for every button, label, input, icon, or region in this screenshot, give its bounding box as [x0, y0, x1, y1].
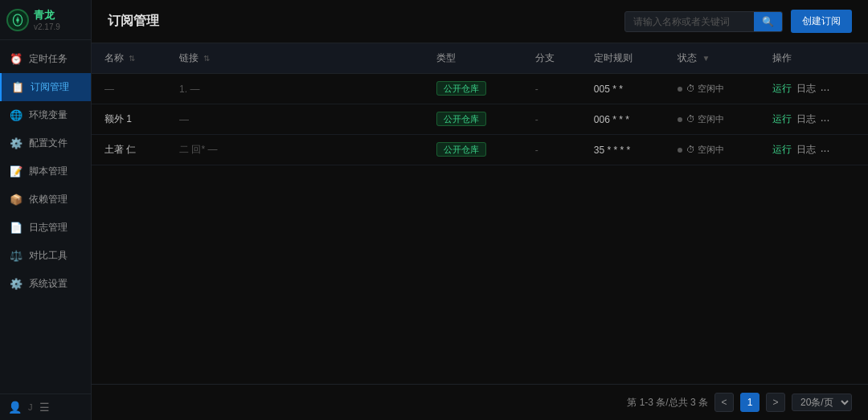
cell-type: 公开仓库: [424, 135, 522, 165]
menu-icon[interactable]: ☰: [39, 401, 50, 414]
run-button[interactable]: 运行: [772, 112, 792, 126]
more-button[interactable]: ···: [821, 83, 830, 96]
script-icon: 📝: [10, 165, 23, 178]
run-button[interactable]: 运行: [772, 143, 792, 157]
col-name: 名称 ⇅: [92, 43, 166, 74]
table-row: — 1. — 公开仓库 - 005 * * ⏱: [92, 74, 868, 104]
sidebar-item-label: 系统设置: [29, 277, 68, 291]
status-text: ⏱ 空闲中: [686, 83, 724, 95]
table-row: 土著 仁 二 回* — 公开仓库 - 35 * * * *: [92, 135, 868, 165]
pagination-info: 第 1-3 条/总共 3 条: [627, 396, 708, 410]
sidebar-item-config-files[interactable]: ⚙️ 配置文件: [0, 129, 91, 157]
log-button[interactable]: 日志: [796, 112, 816, 126]
subscription-table: 名称 ⇅ 链接 ⇅ 类型 分支 定时规则 状态 ▼ 操作: [92, 43, 868, 165]
cell-link: —: [166, 104, 424, 135]
col-schedule: 定时规则: [581, 43, 665, 74]
dep-icon: 📦: [10, 194, 23, 206]
sidebar-nav: ⏰ 定时任务 📋 订阅管理 🌐 环境变量 ⚙️ 配置文件 📝 脚本管理 📦 依赖…: [0, 40, 91, 393]
cell-branch: -: [522, 135, 581, 165]
page-title: 订阅管理: [108, 13, 159, 30]
cell-name: 土著 仁: [92, 135, 166, 165]
status-filter-icon[interactable]: ▼: [702, 54, 710, 63]
search-input[interactable]: [625, 12, 754, 31]
cell-branch: -: [522, 74, 581, 104]
col-type: 类型: [424, 43, 522, 74]
sidebar-item-dependency-management[interactable]: 📦 依赖管理: [0, 186, 91, 214]
logo-icon: [6, 9, 29, 31]
table-header-row: 名称 ⇅ 链接 ⇅ 类型 分支 定时规则 状态 ▼ 操作: [92, 43, 868, 74]
sidebar-item-label: 配置文件: [29, 137, 68, 150]
table-container: 名称 ⇅ 链接 ⇅ 类型 分支 定时规则 状态 ▼ 操作: [92, 43, 868, 384]
search-button[interactable]: 🔍: [754, 12, 782, 31]
search-box: 🔍: [624, 11, 783, 32]
cell-type: 公开仓库: [424, 74, 522, 104]
footer-text: J: [28, 402, 33, 412]
svg-point-1: [16, 18, 18, 21]
create-subscription-button[interactable]: 创建订阅: [791, 10, 852, 33]
page-header: 订阅管理 🔍 创建订阅: [92, 0, 868, 43]
status-text: ⏱ 空闲中: [686, 113, 724, 125]
more-button[interactable]: ···: [821, 113, 830, 126]
sidebar-footer: 👤 J ☰: [0, 393, 91, 420]
more-button[interactable]: ···: [821, 144, 830, 157]
settings-icon: ⚙️: [10, 278, 23, 291]
sidebar-item-system-settings[interactable]: ⚙️ 系统设置: [0, 270, 91, 298]
cell-status: ⏱ 空闲中: [665, 74, 760, 104]
sidebar-item-label: 定时任务: [29, 52, 68, 66]
user-icon[interactable]: 👤: [8, 401, 22, 414]
log-icon: 📄: [10, 222, 23, 234]
pagination: 第 1-3 条/总共 3 条 < 1 > 20条/页: [92, 384, 868, 420]
cell-status: ⏱ 空闲中: [665, 135, 760, 165]
status-dot: [678, 117, 682, 122]
next-page-button[interactable]: >: [766, 393, 785, 412]
status-dot: [678, 148, 682, 153]
sidebar-item-label: 日志管理: [29, 221, 68, 234]
table-row: 额外 1 — 公开仓库 - 006 * * *: [92, 104, 868, 135]
cell-name: —: [92, 74, 166, 104]
app-name: 青龙: [34, 8, 60, 22]
cell-actions: 运行 日志 ···: [760, 135, 868, 165]
col-link: 链接 ⇅: [166, 43, 424, 74]
col-branch: 分支: [522, 43, 581, 74]
header-actions: 🔍 创建订阅: [624, 10, 852, 33]
log-button[interactable]: 日志: [796, 82, 816, 96]
cell-schedule: 005 * *: [581, 74, 665, 104]
main-content: 订阅管理 🔍 创建订阅 名称 ⇅ 链接: [92, 0, 868, 420]
cell-status: ⏱ 空闲中: [665, 104, 760, 135]
sidebar-item-script-management[interactable]: 📝 脚本管理: [0, 157, 91, 186]
sidebar-item-label: 依赖管理: [29, 193, 68, 206]
config-icon: ⚙️: [10, 137, 23, 150]
sidebar-item-subscription-management[interactable]: 📋 订阅管理: [0, 73, 91, 101]
sidebar-item-diff-tools[interactable]: ⚖️ 对比工具: [0, 242, 91, 270]
scheduled-tasks-icon: ⏰: [10, 53, 23, 66]
log-button[interactable]: 日志: [796, 143, 816, 157]
sidebar-item-label: 对比工具: [29, 249, 68, 263]
cell-schedule: 006 * * *: [581, 104, 665, 135]
sidebar-item-label: 环境变量: [29, 108, 68, 122]
sidebar-item-environment-variables[interactable]: 🌐 环境变量: [0, 101, 91, 129]
env-icon: 🌐: [10, 109, 23, 122]
status-dot: [678, 87, 682, 92]
search-icon: 🔍: [762, 16, 774, 27]
cell-schedule: 35 * * * *: [581, 135, 665, 165]
cell-name: 额外 1: [92, 104, 166, 135]
cell-link: 1. —: [166, 74, 424, 104]
subscription-icon: 📋: [11, 81, 24, 94]
run-button[interactable]: 运行: [772, 82, 792, 96]
cell-actions: 运行 日志 ···: [760, 74, 868, 104]
name-sort-icon[interactable]: ⇅: [129, 54, 135, 63]
status-text: ⏱ 空闲中: [686, 144, 724, 156]
app-version: v2.17.9: [34, 22, 60, 31]
diff-icon: ⚖️: [10, 250, 23, 263]
col-actions: 操作: [760, 43, 868, 74]
sidebar-item-label: 脚本管理: [29, 165, 68, 178]
logo-area: 青龙 v2.17.9: [0, 0, 91, 40]
page-size-select[interactable]: 20条/页: [792, 393, 852, 411]
sidebar-item-scheduled-tasks[interactable]: ⏰ 定时任务: [0, 45, 91, 73]
prev-page-button[interactable]: <: [714, 393, 734, 412]
link-sort-icon[interactable]: ⇅: [203, 54, 210, 63]
sidebar-item-log-management[interactable]: 📄 日志管理: [0, 214, 91, 242]
current-page-button[interactable]: 1: [740, 393, 760, 412]
sidebar: 青龙 v2.17.9 ⏰ 定时任务 📋 订阅管理 🌐 环境变量 ⚙️ 配置文件 …: [0, 0, 92, 420]
sidebar-item-label: 订阅管理: [31, 80, 69, 94]
